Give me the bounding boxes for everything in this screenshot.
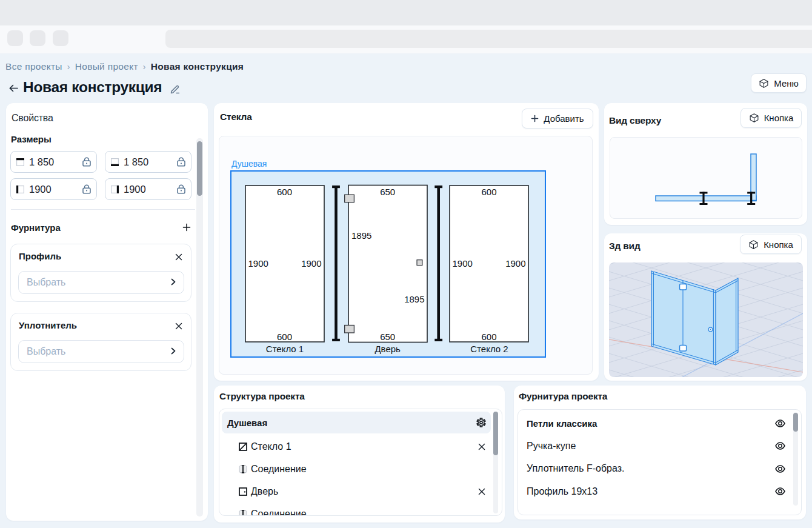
svg-text:1895: 1895	[404, 294, 424, 304]
svg-text:Дверь: Дверь	[374, 344, 401, 354]
svg-text:Стекло 1: Стекло 1	[266, 344, 304, 354]
svg-text:600: 600	[277, 187, 292, 197]
svg-text:1900: 1900	[505, 258, 525, 269]
svg-text:600: 600	[481, 187, 496, 197]
svg-text:600: 600	[481, 332, 496, 342]
svg-text:650: 650	[380, 332, 395, 342]
svg-text:1900: 1900	[248, 258, 268, 269]
svg-text:1900: 1900	[301, 258, 321, 269]
svg-text:650: 650	[380, 187, 395, 197]
svg-text:1895: 1895	[351, 230, 371, 241]
svg-text:1900: 1900	[453, 258, 473, 269]
svg-text:600: 600	[277, 332, 292, 342]
svg-text:Душевая: Душевая	[231, 159, 267, 169]
svg-text:Стекло 2: Стекло 2	[470, 344, 508, 354]
